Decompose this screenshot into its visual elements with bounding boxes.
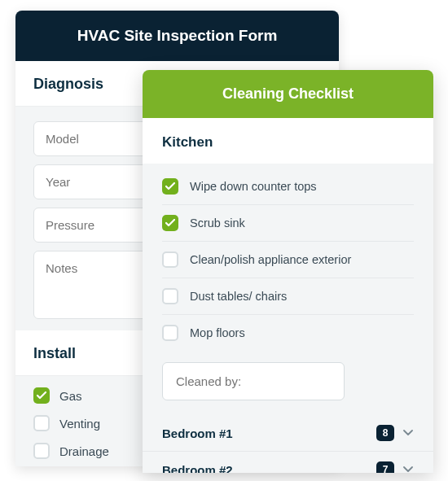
- room-row-bedroom-1[interactable]: Bedroom #1 8: [143, 415, 433, 452]
- checkbox-icon: [162, 251, 178, 268]
- cleaning-checklist-card: Cleaning Checklist Kitchen Wipe down cou…: [143, 70, 433, 473]
- checkbox-icon: [162, 215, 178, 231]
- hvac-title: HVAC Site Inspection Form: [15, 11, 339, 61]
- room-label: Bedroom #1: [162, 426, 368, 440]
- checkbox-icon: [162, 288, 178, 304]
- install-item-label: Drainage: [59, 444, 109, 458]
- checkbox-icon: [33, 443, 50, 459]
- task-label: Dust tables/ chairs: [190, 290, 287, 303]
- checkbox-icon: [33, 387, 50, 404]
- room-row-bedroom-2[interactable]: Bedroom #2 7: [143, 452, 433, 473]
- task-row[interactable]: Clean/polish appliance exterior: [162, 242, 414, 278]
- cleaning-title: Cleaning Checklist: [143, 70, 433, 118]
- install-item-label: Gas: [59, 389, 82, 403]
- task-label: Clean/polish appliance exterior: [190, 253, 351, 266]
- task-row[interactable]: Scrub sink: [162, 205, 414, 242]
- chevron-down-icon: [402, 464, 414, 473]
- kitchen-tasks: Wipe down counter tops Scrub sink Clean/…: [143, 164, 433, 351]
- room-count-badge: 7: [376, 461, 394, 473]
- cleaned-by-input[interactable]: [162, 362, 345, 400]
- checkbox-icon: [162, 325, 178, 341]
- chevron-down-icon: [402, 427, 414, 439]
- task-label: Scrub sink: [190, 216, 245, 230]
- room-count-badge: 8: [376, 425, 394, 441]
- task-label: Wipe down counter tops: [190, 180, 317, 193]
- kitchen-heading: Kitchen: [143, 118, 433, 164]
- checkbox-icon: [33, 415, 50, 431]
- task-row[interactable]: Mop floors: [162, 315, 414, 351]
- task-label: Mop floors: [190, 326, 245, 339]
- install-item-label: Venting: [59, 417, 100, 431]
- checkbox-icon: [162, 178, 178, 195]
- task-row[interactable]: Dust tables/ chairs: [162, 278, 414, 315]
- room-label: Bedroom #2: [162, 463, 368, 474]
- task-row[interactable]: Wipe down counter tops: [162, 168, 414, 205]
